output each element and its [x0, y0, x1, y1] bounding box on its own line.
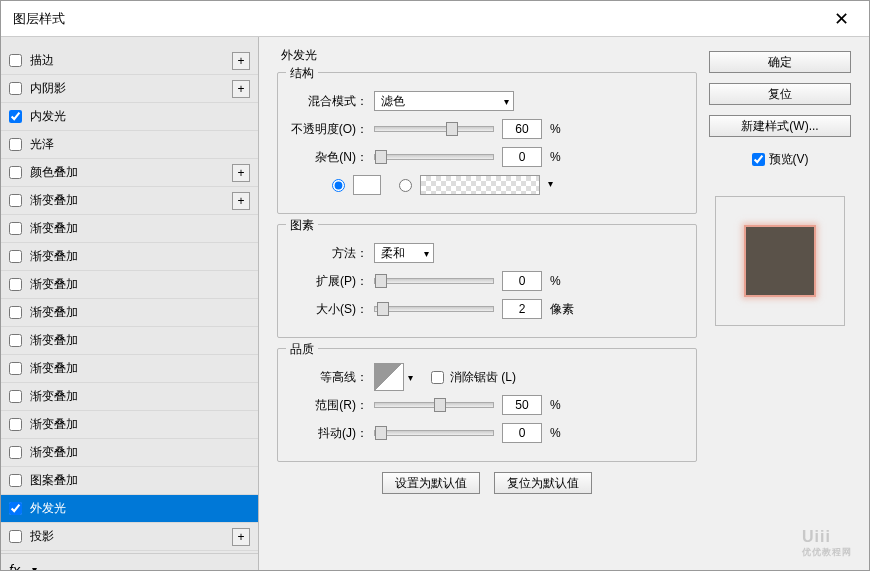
style-checkbox[interactable] — [9, 418, 22, 431]
size-unit: 像素 — [550, 301, 574, 318]
opacity-unit: % — [550, 122, 561, 136]
style-item-17[interactable]: 投影+ — [1, 523, 258, 551]
style-item-11[interactable]: 渐变叠加 — [1, 355, 258, 383]
size-slider[interactable] — [374, 306, 494, 312]
style-item-14[interactable]: 渐变叠加 — [1, 439, 258, 467]
style-checkbox[interactable] — [9, 278, 22, 291]
style-checkbox[interactable] — [9, 138, 22, 151]
contour-picker[interactable] — [374, 363, 404, 391]
style-item-4[interactable]: 颜色叠加+ — [1, 159, 258, 187]
preview-label: 预览(V) — [769, 151, 809, 168]
titlebar: 图层样式 ✕ — [1, 1, 869, 37]
add-effect-icon[interactable]: + — [232, 80, 250, 98]
style-checkbox[interactable] — [9, 166, 22, 179]
style-item-13[interactable]: 渐变叠加 — [1, 411, 258, 439]
quality-title: 品质 — [286, 341, 318, 358]
style-checkbox[interactable] — [9, 54, 22, 67]
antialias-label: 消除锯齿 (L) — [450, 369, 516, 386]
preview-checkbox[interactable] — [752, 153, 765, 166]
noise-label: 杂色(N)： — [288, 149, 374, 166]
ok-button[interactable]: 确定 — [709, 51, 851, 73]
set-default-button[interactable]: 设置为默认值 — [382, 472, 480, 494]
blend-mode-label: 混合模式： — [288, 93, 374, 110]
spread-label: 扩展(P)： — [288, 273, 374, 290]
reset-button[interactable]: 复位 — [709, 83, 851, 105]
color-radio[interactable] — [332, 179, 345, 192]
structure-title: 结构 — [286, 65, 318, 82]
style-item-1[interactable]: 内阴影+ — [1, 75, 258, 103]
range-slider[interactable] — [374, 402, 494, 408]
style-checkbox[interactable] — [9, 222, 22, 235]
watermark: Uiii 优优教程网 — [802, 528, 852, 559]
method-select[interactable]: 柔和 — [374, 243, 434, 263]
style-item-6[interactable]: 渐变叠加 — [1, 215, 258, 243]
range-unit: % — [550, 398, 561, 412]
contour-label: 等高线： — [288, 369, 374, 386]
opacity-input[interactable] — [502, 119, 542, 139]
outer-glow-title: 外发光 — [277, 47, 697, 72]
gradient-radio[interactable] — [399, 179, 412, 192]
style-item-5[interactable]: 渐变叠加+ — [1, 187, 258, 215]
close-icon[interactable]: ✕ — [825, 3, 857, 35]
style-item-label: 渐变叠加 — [30, 192, 232, 209]
style-item-2[interactable]: 内发光 — [1, 103, 258, 131]
style-item-8[interactable]: 渐变叠加 — [1, 271, 258, 299]
size-input[interactable] — [502, 299, 542, 319]
jitter-input[interactable] — [502, 423, 542, 443]
chevron-down-icon[interactable]: ▾ — [32, 564, 37, 570]
range-input[interactable] — [502, 395, 542, 415]
style-checkbox[interactable] — [9, 110, 22, 123]
style-item-3[interactable]: 光泽 — [1, 131, 258, 159]
fx-icon[interactable]: fx — [9, 562, 20, 571]
add-effect-icon[interactable]: + — [232, 192, 250, 210]
style-item-12[interactable]: 渐变叠加 — [1, 383, 258, 411]
style-sidebar: 描边+内阴影+内发光光泽颜色叠加+渐变叠加+渐变叠加渐变叠加渐变叠加渐变叠加渐变… — [1, 37, 259, 570]
style-item-label: 渐变叠加 — [30, 276, 250, 293]
style-item-label: 光泽 — [30, 136, 250, 153]
gradient-swatch[interactable] — [420, 175, 540, 195]
add-effect-icon[interactable]: + — [232, 528, 250, 546]
reset-default-button[interactable]: 复位为默认值 — [494, 472, 592, 494]
style-checkbox[interactable] — [9, 250, 22, 263]
style-item-label: 描边 — [30, 52, 232, 69]
color-swatch[interactable] — [353, 175, 381, 195]
style-item-16[interactable]: 外发光 — [1, 495, 258, 523]
spread-input[interactable] — [502, 271, 542, 291]
style-item-7[interactable]: 渐变叠加 — [1, 243, 258, 271]
antialias-checkbox[interactable] — [431, 371, 444, 384]
style-item-15[interactable]: 图案叠加 — [1, 467, 258, 495]
spread-unit: % — [550, 274, 561, 288]
blend-mode-select[interactable]: 滤色 — [374, 91, 514, 111]
style-checkbox[interactable] — [9, 306, 22, 319]
style-checkbox[interactable] — [9, 530, 22, 543]
chevron-down-icon[interactable]: ▾ — [408, 372, 413, 383]
style-checkbox[interactable] — [9, 82, 22, 95]
style-item-label: 外发光 — [30, 500, 250, 517]
add-effect-icon[interactable]: + — [232, 52, 250, 70]
style-checkbox[interactable] — [9, 390, 22, 403]
style-item-10[interactable]: 渐变叠加 — [1, 327, 258, 355]
size-label: 大小(S)： — [288, 301, 374, 318]
noise-slider[interactable] — [374, 154, 494, 160]
jitter-unit: % — [550, 426, 561, 440]
style-item-9[interactable]: 渐变叠加 — [1, 299, 258, 327]
style-checkbox[interactable] — [9, 194, 22, 207]
new-style-button[interactable]: 新建样式(W)... — [709, 115, 851, 137]
opacity-slider[interactable] — [374, 126, 494, 132]
style-item-label: 渐变叠加 — [30, 388, 250, 405]
style-item-label: 内发光 — [30, 108, 250, 125]
style-checkbox[interactable] — [9, 502, 22, 515]
style-item-label: 渐变叠加 — [30, 220, 250, 237]
style-checkbox[interactable] — [9, 334, 22, 347]
style-checkbox[interactable] — [9, 446, 22, 459]
spread-slider[interactable] — [374, 278, 494, 284]
add-effect-icon[interactable]: + — [232, 164, 250, 182]
style-item-0[interactable]: 描边+ — [1, 47, 258, 75]
style-item-label: 图案叠加 — [30, 472, 250, 489]
style-checkbox[interactable] — [9, 362, 22, 375]
style-item-label: 渐变叠加 — [30, 416, 250, 433]
style-checkbox[interactable] — [9, 474, 22, 487]
noise-input[interactable] — [502, 147, 542, 167]
preview-swatch — [744, 225, 816, 297]
jitter-slider[interactable] — [374, 430, 494, 436]
